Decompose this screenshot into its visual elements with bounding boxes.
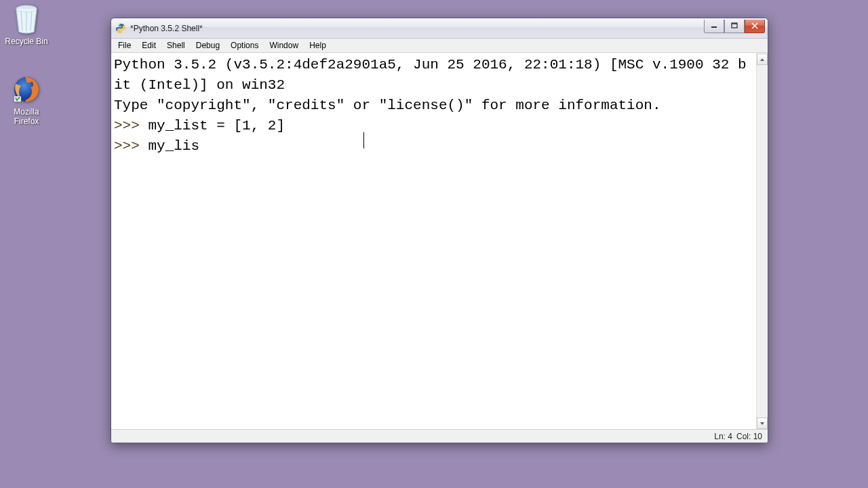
shell-text-area[interactable]: Python 3.5.2 (v3.5.2:4def2a2901a5, Jun 2… [111,54,756,429]
maximize-icon [731,22,738,29]
window-controls [704,20,765,33]
text-cursor [363,132,364,148]
menu-shell[interactable]: Shell [161,39,191,52]
scroll-up-button[interactable] [757,54,768,65]
minimize-icon [711,22,717,29]
menu-file[interactable]: File [113,39,136,52]
title-bar[interactable]: *Python 3.5.2 Shell* [111,18,768,39]
shell-banner-line: Type "copyright", "credits" or "license(… [114,98,661,113]
menu-edit[interactable]: Edit [136,39,161,52]
scroll-down-button[interactable] [757,418,768,429]
vertical-scrollbar[interactable] [756,54,768,429]
menu-help[interactable]: Help [304,39,332,52]
chevron-up-icon [760,58,765,62]
maximize-button[interactable] [724,20,745,33]
chevron-down-icon [760,422,765,426]
svg-point-8 [119,24,120,25]
status-col: Col: 10 [736,432,762,441]
window-title: *Python 3.5.2 Shell* [130,24,704,33]
shell-prompt: >>> [114,118,148,134]
menu-debug[interactable]: Debug [191,39,225,52]
shell-code-line: my_lis [148,138,199,154]
recycle-bin-icon [10,3,43,35]
desktop-icon-label: Recycle Bin [3,37,50,46]
status-line: Ln: 4 [714,432,732,441]
minimize-button[interactable] [704,20,724,33]
shell-prompt: >>> [114,138,148,154]
desktop-icon-firefox[interactable]: Mozilla Firefox [3,73,50,127]
status-bar: Ln: 4 Col: 10 [111,429,768,443]
shell-code-line: my_list = [1, 2] [148,118,285,134]
content-area: Python 3.5.2 (v3.5.2:4def2a2901a5, Jun 2… [111,53,768,429]
firefox-icon [10,73,43,106]
svg-point-9 [121,31,122,32]
close-button[interactable] [745,20,765,33]
menu-window[interactable]: Window [264,39,304,52]
close-icon [751,22,758,29]
shell-banner-line: Python 3.5.2 (v3.5.2:4def2a2901a5, Jun 2… [114,57,747,93]
python-app-icon [115,23,126,34]
scroll-track[interactable] [757,65,768,418]
desktop-icon-label: Mozilla Firefox [3,107,50,127]
menu-options[interactable]: Options [225,39,264,52]
menu-bar: File Edit Shell Debug Options Window Hel… [111,39,768,53]
python-shell-window: *Python 3.5.2 Shell* File Edit Shell Deb… [111,18,768,443]
desktop-icon-recycle-bin[interactable]: Recycle Bin [3,3,50,46]
